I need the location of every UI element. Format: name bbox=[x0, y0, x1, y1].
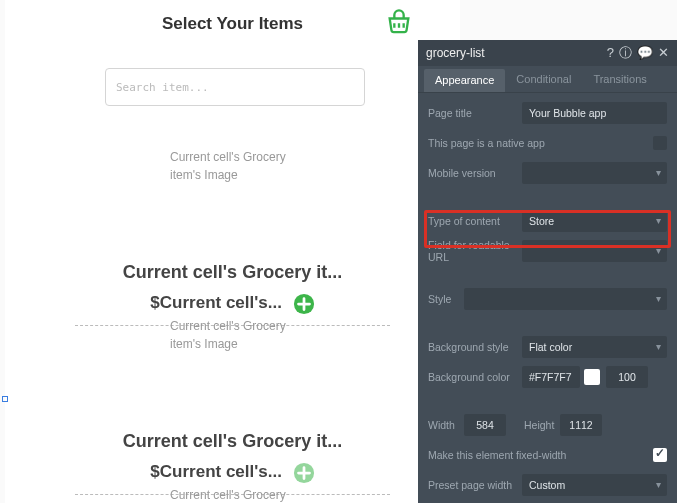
row-preset-width: Preset page width Custom bbox=[428, 471, 667, 499]
bg-color-input[interactable]: #F7F7F7 bbox=[522, 366, 580, 388]
search-input[interactable] bbox=[105, 68, 365, 106]
row-bg-style: Background style Flat color bbox=[428, 333, 667, 361]
label: Width bbox=[428, 419, 464, 431]
height-input[interactable]: 1112 bbox=[560, 414, 602, 436]
cell-price: $Current cell's... bbox=[150, 462, 282, 481]
panel-header: grocery-list ? ⓘ 💬 ✕ bbox=[418, 40, 677, 66]
info-icon[interactable]: ⓘ bbox=[619, 40, 632, 66]
mobile-version-select[interactable] bbox=[522, 162, 667, 184]
fixed-width-checkbox[interactable] bbox=[653, 448, 667, 462]
tab-appearance[interactable]: Appearance bbox=[424, 69, 505, 92]
cell-price-row: $Current cell's... bbox=[75, 293, 390, 315]
repeating-cell: Current cell's Grocery item's Image Curr… bbox=[75, 148, 390, 326]
cell-image-placeholder: Current cell's Grocery bbox=[170, 486, 310, 503]
row-style: Style bbox=[428, 285, 667, 313]
readable-url-select[interactable] bbox=[522, 240, 667, 262]
width-input[interactable]: 584 bbox=[464, 414, 506, 436]
cell-title: Current cell's Grocery it... bbox=[75, 431, 390, 452]
close-icon[interactable]: ✕ bbox=[658, 40, 669, 66]
label: Make this element fixed-width bbox=[428, 449, 653, 461]
label: Background color bbox=[428, 371, 522, 383]
row-bg-color: Background color #F7F7F7 100 bbox=[428, 363, 667, 391]
row-page-title: Page title Your Bubble app bbox=[428, 99, 667, 127]
label: Mobile version bbox=[428, 167, 522, 179]
editor-canvas: Select Your Items Current cell's Grocery… bbox=[5, 0, 460, 503]
repeating-cell: Current cell's Grocery bbox=[75, 486, 390, 503]
label: Height bbox=[524, 419, 560, 431]
cell-image-placeholder: Current cell's Grocery item's Image bbox=[170, 317, 310, 353]
bg-color-swatch[interactable] bbox=[584, 369, 600, 385]
row-mobile-version: Mobile version bbox=[428, 159, 667, 187]
panel-tabs: Appearance Conditional Transitions bbox=[418, 66, 677, 93]
native-checkbox[interactable] bbox=[653, 136, 667, 150]
label: Field for readable URL bbox=[428, 239, 522, 263]
cell-title: Current cell's Grocery it... bbox=[75, 262, 390, 283]
label: This page is a native app bbox=[428, 137, 653, 149]
cell-price-row: $Current cell's... bbox=[75, 462, 390, 484]
row-type-of-content: Type of content Store bbox=[428, 207, 667, 235]
style-select[interactable] bbox=[464, 288, 667, 310]
bg-alpha-input[interactable]: 100 bbox=[606, 366, 648, 388]
basket-icon[interactable] bbox=[385, 8, 413, 36]
label: Preset page width bbox=[428, 479, 522, 491]
repeating-cell: Current cell's Grocery item's Image Curr… bbox=[75, 317, 390, 495]
property-panel: grocery-list ? ⓘ 💬 ✕ Appearance Conditio… bbox=[418, 40, 677, 503]
row-fixed-width: Make this element fixed-width bbox=[428, 441, 667, 469]
tab-transitions[interactable]: Transitions bbox=[582, 66, 657, 92]
panel-title: grocery-list bbox=[426, 40, 485, 66]
add-icon[interactable] bbox=[293, 293, 315, 315]
tab-conditional[interactable]: Conditional bbox=[505, 66, 582, 92]
row-native-app: This page is a native app bbox=[428, 129, 667, 157]
label: Page title bbox=[428, 107, 522, 119]
panel-body: Page title Your Bubble app This page is … bbox=[418, 93, 677, 499]
label: Style bbox=[428, 293, 464, 305]
bg-style-select[interactable]: Flat color bbox=[522, 336, 667, 358]
page-title-input[interactable]: Your Bubble app bbox=[522, 102, 667, 124]
row-dimensions: Width 584 Height 1112 bbox=[428, 411, 667, 439]
selection-marker bbox=[2, 396, 8, 402]
type-of-content-select[interactable]: Store bbox=[522, 210, 667, 232]
cell-price: $Current cell's... bbox=[150, 293, 282, 312]
help-icon[interactable]: ? bbox=[607, 40, 614, 66]
preset-width-select[interactable]: Custom bbox=[522, 474, 667, 496]
cell-image-placeholder: Current cell's Grocery item's Image bbox=[170, 148, 310, 184]
panel-header-icons: ? ⓘ 💬 ✕ bbox=[607, 40, 669, 66]
label: Type of content bbox=[428, 215, 522, 227]
add-icon[interactable] bbox=[293, 462, 315, 484]
label: Background style bbox=[428, 341, 522, 353]
row-readable-url: Field for readable URL bbox=[428, 237, 667, 265]
comment-icon[interactable]: 💬 bbox=[637, 40, 653, 66]
